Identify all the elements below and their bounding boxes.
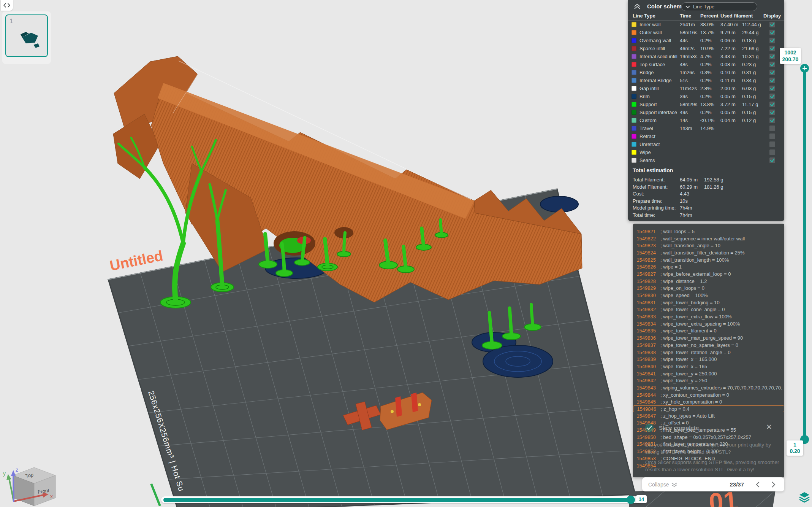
gcode-line-number: 1549825 (636, 257, 656, 263)
display-checkbox[interactable] (769, 70, 775, 75)
gcode-line[interactable]: 1549839; wipe_tower_x = 165.000 (633, 356, 784, 363)
gcode-line[interactable]: 1549831; wipe_tower_bridging = 10 (633, 299, 784, 306)
feature-label: Sparse infill (639, 46, 665, 51)
gcode-line-text: ; wipe_tower_max_purge_speed = 90 (660, 335, 743, 341)
gcode-line-number: 1549854 (636, 463, 656, 469)
gcode-line[interactable]: 1549837; wipe_tower_no_sparse_layers = 0 (633, 342, 784, 349)
display-checkbox[interactable] (769, 141, 775, 147)
gcode-line[interactable]: 1549829; wipe_on_loops = 0 (633, 285, 784, 292)
gcode-line[interactable]: 1549854 (633, 462, 784, 469)
plate-thumbnail[interactable]: 1 (5, 14, 48, 57)
gcode-line[interactable]: 1549847; z_hop_types = Auto Lift (633, 412, 784, 420)
legend-row: Top surface48s0.2%0.08 m0.23 g (628, 60, 784, 68)
feature-color-swatch (632, 126, 636, 131)
gcode-line[interactable]: 1549841; wipe_tower_y = 250.000 (633, 370, 784, 377)
move-slider-handle[interactable] (627, 496, 635, 504)
gcode-line[interactable]: 1549844; xy_contour_compensation = 0 (633, 391, 784, 399)
gcode-line[interactable]: 1549824; wall_transition_filter_deviatio… (633, 249, 784, 256)
display-checkbox[interactable] (769, 38, 775, 43)
gcode-line[interactable]: 1549851; first_layer_temperature = 220 (633, 441, 784, 448)
gcode-line-text: ; z_hop = 0.4 (661, 406, 690, 412)
gcode-line-number: 1549833 (636, 314, 656, 319)
display-checkbox[interactable] (769, 102, 775, 107)
gcode-line[interactable]: 1549852; first_layer_height = 0.200 (633, 448, 784, 455)
gcode-line-text: ; wipe_tower_y = 250 (660, 378, 707, 383)
display-checkbox[interactable] (769, 22, 775, 27)
display-checkbox[interactable] (769, 126, 775, 131)
nav-cube[interactable]: Top Front x y z (3, 467, 55, 506)
gcode-line[interactable]: 1549835; wipe_tower_filament = 0 (633, 327, 784, 335)
panel-collapse-icon[interactable] (633, 3, 641, 10)
gcode-line[interactable]: 1549828; wipe_distance = 1.2 (633, 278, 784, 285)
gcode-line[interactable]: 1549842; wipe_tower_y = 250 (633, 377, 784, 384)
gcode-line-text: ; xy_contour_compensation = 0 (660, 392, 729, 398)
feature-time: 51s (680, 78, 688, 83)
display-checkbox[interactable] (769, 134, 775, 139)
legend-row: Bridge1m26s0.3%0.10 m0.31 g (628, 68, 784, 76)
feature-used-length: 0.04 m (720, 118, 736, 123)
feature-used-weight: 21.69 g (742, 46, 758, 51)
color-scheme-panel: Color scheme Line Type Line Type Time Pe… (628, 0, 784, 221)
gcode-line[interactable]: 1549830; wipe_speed = 100% (633, 292, 784, 299)
close-icon[interactable]: ✕ (766, 424, 772, 431)
gcode-line[interactable]: 1549843; wiping_volumes_extruders = 70,7… (633, 384, 784, 391)
display-checkbox[interactable] (769, 118, 775, 123)
gcode-line[interactable]: 1549850; bed_shape = 0x0,257x0,257x257,0… (633, 434, 784, 441)
layer-slider-top-handle[interactable] (800, 64, 809, 73)
gcode-line-number: 1549845 (636, 399, 656, 405)
gcode-line[interactable]: 1549822; wall_sequence = inner wall/oute… (633, 235, 784, 242)
display-checkbox[interactable] (769, 157, 775, 163)
gcode-line[interactable]: 1549823; wall_transition_angle = 10 (633, 242, 784, 249)
gcode-line[interactable]: 1549838; wipe_tower_rotation_angle = 0 (633, 349, 784, 356)
display-checkbox[interactable] (769, 78, 775, 83)
display-checkbox[interactable] (769, 110, 775, 115)
gcode-line[interactable]: 1549832; wipe_tower_cone_angle = 0 (633, 306, 784, 313)
collapse-button[interactable]: Collapse (648, 482, 677, 488)
gcode-line[interactable]: 1549853; CONFIG_BLOCK_END (633, 455, 784, 462)
gcode-line[interactable]: 1549825; wall_transition_length = 100% (633, 256, 784, 264)
display-checkbox[interactable] (769, 62, 775, 67)
gcode-line[interactable]: 1549840; wipe_tower_x = 165 (633, 363, 784, 370)
gcode-line[interactable]: 1549827; wipe_before_external_loop = 0 (633, 270, 784, 278)
layer-range-slider[interactable] (803, 69, 806, 439)
feature-used-weight: 112.44 g (742, 22, 761, 27)
feature-time: 48s (680, 62, 688, 67)
col-time: Time (680, 13, 691, 19)
layers-icon[interactable] (798, 491, 811, 505)
feature-time: 49s (680, 110, 688, 115)
feature-color-swatch (632, 78, 636, 83)
feature-color-swatch (632, 22, 636, 27)
gcode-line-text: ; first_layer_temperature = 220 (660, 441, 728, 447)
gcode-line-number: 1549830 (636, 292, 656, 298)
gcode-line[interactable]: 1549833; wipe_tower_extra_flow = 100% (633, 313, 784, 320)
feature-label: Outer wall (639, 30, 662, 35)
gcode-line[interactable]: 1549821; wall_loops = 5 (633, 228, 784, 235)
layer-top-number: 1002 (781, 49, 799, 56)
gcode-line[interactable]: 1549826; wipe = 1 (633, 263, 784, 270)
gcode-line-number: 1549839 (636, 356, 656, 362)
display-checkbox[interactable] (769, 30, 775, 35)
next-page-button[interactable] (771, 481, 776, 488)
prev-page-button[interactable] (755, 481, 760, 488)
gcode-viewer-panel[interactable]: 1549821; wall_loops = 51549822; wall_seq… (633, 224, 784, 477)
gcode-line[interactable]: 1549848; z_offset = 0 (633, 420, 784, 427)
gcode-line[interactable]: 1549849; first_layer_bed_temperature = 5… (633, 426, 784, 434)
display-checkbox[interactable] (769, 46, 775, 51)
feature-label: Top surface (639, 62, 665, 67)
display-checkbox[interactable] (769, 149, 775, 155)
feature-used-weight: 29.44 g (742, 30, 758, 35)
feature-used-weight: 0.18 g (742, 38, 756, 43)
gcode-line[interactable]: 1549845; xy_hole_compensation = 0 (633, 399, 784, 406)
move-slider[interactable] (161, 496, 641, 503)
view-type-dropdown[interactable]: Line Type (681, 2, 757, 11)
gcode-line[interactable]: 1549836; wipe_tower_max_purge_speed = 90 (633, 334, 784, 342)
legend-row: Gap infill11m42s2.8%2.00 m6.03 g (628, 84, 784, 92)
display-checkbox[interactable] (769, 86, 775, 91)
estimation-label: Total Filament: (633, 177, 665, 183)
gcode-line-text: ; wipe_distance = 1.2 (660, 278, 707, 284)
gcode-line-highlighted[interactable]: 1549846; z_hop = 0.4 (633, 405, 784, 412)
gcode-line[interactable]: 1549834; wipe_tower_extra_spacing = 100% (633, 320, 784, 327)
display-checkbox[interactable] (769, 54, 775, 59)
sidebar-toggle-button[interactable] (1, 0, 13, 11)
display-checkbox[interactable] (769, 94, 775, 99)
